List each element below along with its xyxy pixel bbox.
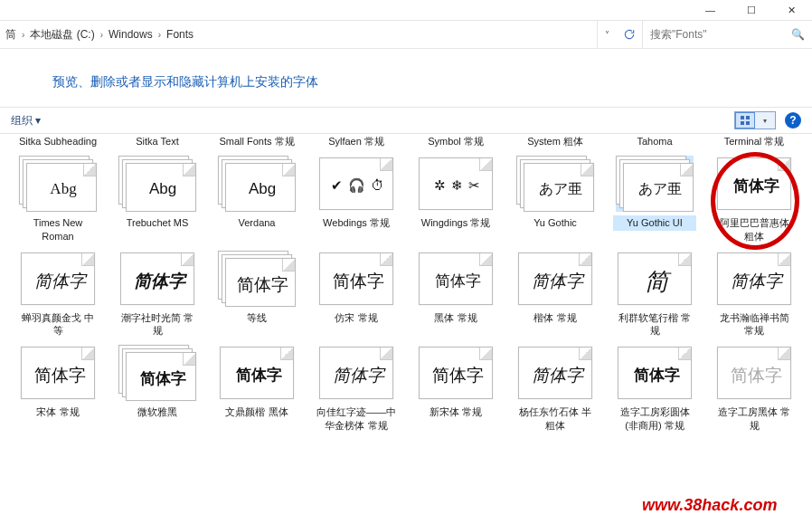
font-item[interactable]: Small Fonts 常规 (215, 134, 298, 148)
font-item[interactable]: 简体字宋体 常规 (16, 345, 99, 433)
organize-button[interactable]: 组织 ▾ (11, 113, 41, 129)
font-item[interactable]: 简体字造字工房彩圆体(非商用) 常规 (613, 345, 696, 433)
refresh-button[interactable] (617, 21, 642, 48)
minimize-button[interactable]: — (690, 0, 731, 20)
font-thumbnail: Abg (118, 156, 196, 212)
font-item-alibaba-puhui[interactable]: 简体字 阿里巴巴普惠体 粗体 (713, 156, 796, 243)
font-sample: 简 (628, 266, 685, 298)
font-thumbnail: 简体字 (417, 251, 495, 307)
font-item[interactable]: Sitka Text (116, 134, 199, 148)
font-item[interactable]: 简体字杨任东竹石体 半粗体 (514, 345, 597, 433)
font-thumbnail: 简体字 (317, 345, 395, 401)
font-sample: 简体字 (727, 269, 785, 292)
font-sample: 简体字 (628, 365, 685, 386)
font-label: System 粗体 (514, 134, 597, 148)
font-thumbnail: 简体字 (218, 345, 296, 401)
view-large-icons-button[interactable] (735, 112, 755, 129)
font-label: 造字工房黑体 常规 (713, 405, 796, 433)
font-sample: 简体字 (528, 364, 586, 387)
font-label: 新宋体 常规 (414, 405, 497, 419)
font-sample: 简体字 (230, 365, 288, 386)
font-item[interactable]: Terminal 常规 (713, 134, 796, 148)
font-label: 宋体 常规 (16, 405, 99, 419)
font-sample: Abg (235, 180, 289, 198)
font-label: Trebuchet MS (116, 215, 199, 230)
chevron-right-icon: › (158, 30, 161, 40)
font-item[interactable]: 简体字潮字社时光简 常规 (116, 251, 199, 338)
font-thumbnail: 简体字 (417, 345, 495, 401)
svg-rect-3 (746, 121, 750, 125)
font-item[interactable]: 简体字向佳红字迹——中华金榜体 常规 (315, 345, 398, 433)
font-thumbnail: 简体字 (317, 251, 395, 307)
font-label: Yu Gothic (514, 215, 597, 230)
font-item[interactable]: 简体字等线 (215, 251, 298, 338)
breadcrumb-part[interactable]: Windows (109, 28, 153, 41)
font-item-yu-gothic[interactable]: あア亜 Yu Gothic (514, 156, 597, 243)
font-item[interactable]: Sitka Subheading (16, 134, 99, 148)
font-item[interactable]: 简体字造字工房黑体 常规 (713, 345, 796, 433)
font-label: 文鼎颜楷 黑体 (215, 405, 298, 419)
breadcrumb-part[interactable]: Fonts (166, 28, 194, 41)
font-thumbnail: あア亜 (516, 156, 594, 212)
address-history-dropdown[interactable]: ˅ (597, 21, 617, 48)
font-label: 龙书瀚临禅书简 常规 (713, 310, 796, 338)
breadcrumb-part[interactable]: 筒 (5, 27, 16, 43)
font-label: Sitka Subheading (16, 134, 99, 148)
font-item-wingdings[interactable]: ✲ ❄ ✂ Wingdings 常规 (414, 156, 497, 243)
font-thumbnail: 简体字 (715, 251, 793, 307)
font-item-webdings[interactable]: ✔ 🎧 ⏱ Webdings 常规 (315, 156, 398, 243)
font-thumbnail: ✲ ❄ ✂ (417, 156, 495, 212)
close-button[interactable]: ✕ (771, 0, 812, 20)
watermark-text: www.38hack.com (642, 496, 777, 515)
font-item[interactable]: Symbol 常规 (414, 134, 497, 148)
toolbar: 组织 ▾ ▾ ? (0, 107, 812, 134)
font-item-verdana[interactable]: Abg Verdana (215, 156, 298, 243)
font-label: Terminal 常规 (713, 134, 796, 148)
font-sample: 简体字 (235, 272, 289, 296)
address-bar: 筒 › 本地磁盘 (C:) › Windows › Fonts ˅ 搜索"Fon… (0, 20, 812, 49)
search-placeholder: 搜索"Fonts" (650, 27, 707, 43)
font-sample: ✲ ❄ ✂ (429, 177, 486, 194)
font-thumbnail: 简体字 (516, 345, 594, 401)
font-item-yu-gothic-ui[interactable]: あア亜 Yu Gothic UI (613, 156, 696, 243)
font-item[interactable]: 简体字蝉羽真颜金戈 中等 (16, 251, 99, 338)
font-item[interactable]: 简体字微软雅黑 (116, 345, 199, 433)
font-sample: 简体字 (528, 269, 586, 292)
font-thumbnail: ✔ 🎧 ⏱ (317, 156, 395, 212)
breadcrumb[interactable]: 筒 › 本地磁盘 (C:) › Windows › Fonts (0, 21, 597, 48)
font-thumbnail: 简体字 (19, 251, 97, 307)
font-label: Wingdings 常规 (414, 215, 497, 230)
font-row: Sitka Subheading Sitka Text Small Fonts … (16, 134, 796, 148)
chevron-right-icon: › (100, 30, 103, 40)
refresh-icon (623, 28, 636, 41)
maximize-button[interactable]: ☐ (731, 0, 771, 20)
font-label: Yu Gothic UI (613, 215, 696, 230)
help-button[interactable]: ? (785, 112, 801, 129)
view-dropdown-button[interactable]: ▾ (755, 112, 775, 129)
font-item[interactable]: 简体字龙书瀚临禅书简 常规 (713, 251, 796, 338)
font-item[interactable]: 简体字文鼎颜楷 黑体 (215, 345, 298, 433)
font-item[interactable]: 简体字黑体 常规 (414, 251, 497, 338)
chevron-right-icon: › (22, 30, 24, 40)
font-thumbnail: 简 (616, 251, 694, 307)
font-thumbnail: 简体字 (715, 156, 793, 212)
font-item-trebuchet-ms[interactable]: Abg Trebuchet MS (116, 156, 199, 243)
font-item[interactable]: Sylfaen 常规 (315, 134, 398, 148)
font-label: Sitka Text (116, 134, 199, 148)
font-item[interactable]: 简体字仿宋 常规 (315, 251, 398, 338)
font-item[interactable]: 简体字楷体 常规 (514, 251, 597, 338)
breadcrumb-part[interactable]: 本地磁盘 (C:) (30, 27, 94, 43)
font-sample: 简体字 (727, 364, 785, 387)
font-sample: 简体字 (31, 364, 89, 387)
font-item[interactable]: 简体字新宋体 常规 (414, 345, 497, 433)
font-thumbnail: あア亜 (616, 156, 694, 212)
font-item[interactable]: System 粗体 (514, 134, 597, 148)
font-item[interactable]: 简利群软笔行楷 常规 (613, 251, 696, 338)
font-label: 阿里巴巴普惠体 粗体 (713, 215, 796, 243)
font-item[interactable]: Tahoma (613, 134, 696, 148)
search-input[interactable]: 搜索"Fonts" 🔍 (642, 21, 812, 48)
font-thumbnail: Abg (218, 156, 296, 212)
font-item-times-new-roman[interactable]: Abg Times New Roman (16, 156, 99, 243)
font-label: Tahoma (613, 134, 696, 148)
font-label: 潮字社时光简 常规 (116, 310, 199, 338)
